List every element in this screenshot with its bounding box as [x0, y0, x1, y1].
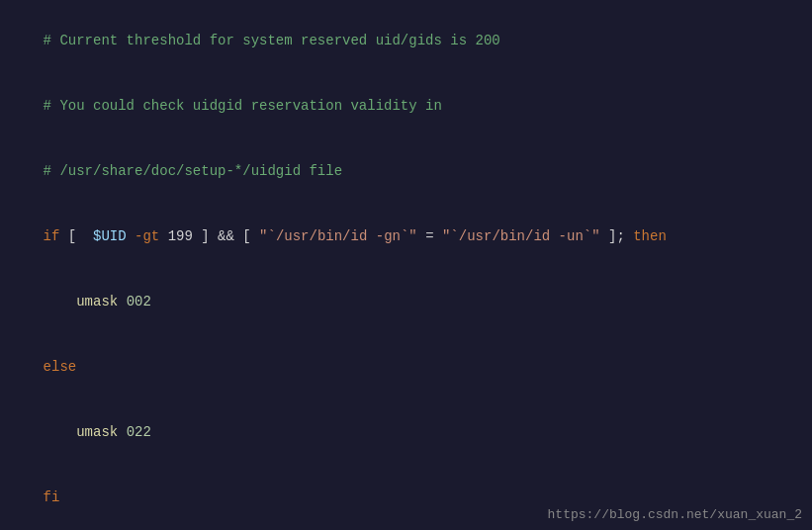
code-line-7: umask 022: [10, 399, 802, 465]
num-002: 002: [127, 294, 151, 309]
keyword-gt: -gt: [135, 228, 159, 244]
keyword-if: if: [44, 228, 60, 244]
comment-text: # /usr/share/doc/setup-*/uidgid file: [44, 163, 342, 179]
comment-text: # You could check uidgid reservation val…: [44, 98, 442, 114]
code-line-3: # /usr/share/doc/setup-*/uidgid file: [10, 138, 802, 204]
code-line-2: # You could check uidgid reservation val…: [10, 73, 802, 138]
code-line-4: if [ $UID -gt 199 ] && [ "`/usr/bin/id -…: [10, 204, 802, 269]
var-uid: $UID: [85, 228, 127, 244]
code-editor: # Current threshold for system reserved …: [0, 0, 812, 530]
string-id-gn: "`/usr/bin/id -gn`": [259, 228, 417, 244]
code-line-6: else: [10, 334, 802, 399]
num-022: 022: [127, 424, 151, 440]
keyword-fi-1: fi: [44, 489, 60, 505]
keyword-else: else: [44, 359, 77, 375]
comment-text: # Current threshold for system reserved …: [44, 33, 500, 48]
string-id-un: "`/usr/bin/id -un`": [442, 228, 600, 244]
keyword-then-1: then: [633, 228, 667, 244]
code-line-5: umask 002: [10, 269, 802, 334]
code-line-1: # Current threshold for system reserved …: [10, 8, 802, 73]
cmd-umask-2: umask: [76, 424, 118, 440]
cmd-umask-1: umask: [76, 294, 118, 309]
watermark: https://blog.csdn.net/xuan_xuan_2: [548, 507, 802, 522]
